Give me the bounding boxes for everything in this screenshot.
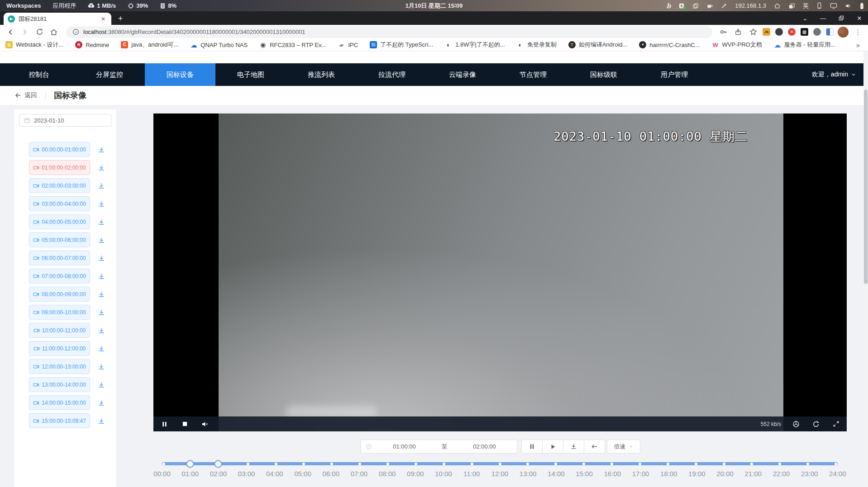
refresh-icon[interactable] — [812, 420, 820, 428]
segment-download-button[interactable] — [96, 181, 106, 191]
segment-download-button[interactable] — [96, 289, 106, 299]
segment-button[interactable]: 07:00:00-08:00:00 — [29, 269, 90, 284]
nav-tab[interactable]: 拉流代理 — [357, 63, 427, 86]
tray-clipboard-icon[interactable] — [692, 3, 699, 9]
seek-back-button[interactable] — [584, 440, 605, 454]
bookmark-star-icon[interactable] — [748, 27, 758, 38]
bookmark-item[interactable]: T 如何编译Android... — [568, 41, 628, 49]
segment-button[interactable]: 10:00:00-11:00:00 — [29, 323, 90, 338]
pause-button[interactable] — [521, 440, 543, 454]
nav-tab[interactable]: 节点管理 — [498, 63, 568, 86]
window-restore-button[interactable] — [835, 12, 847, 24]
end-time-input[interactable]: 02:00:00 — [452, 443, 517, 450]
segment-download-button[interactable] — [96, 326, 106, 336]
address-bar[interactable]: localhost:38080/#/gbRecordDetail/3402000… — [66, 26, 712, 38]
nav-tab[interactable]: 国标级联 — [568, 63, 639, 86]
bookmark-item[interactable]: ☁ 服务器 - 轻量应用... — [774, 41, 835, 49]
page-scrollbar[interactable] — [863, 51, 868, 487]
applications-menu[interactable]: 应用程序 — [52, 2, 76, 10]
nav-tab[interactable]: 控制台 — [4, 63, 74, 86]
bookmark-item[interactable]: ◉ RFC2833 – RTP Ev... — [259, 41, 326, 48]
bookmark-item[interactable]: • hairrrrr/C-CrashC... — [639, 41, 700, 48]
window-minimize-button[interactable]: — — [817, 12, 829, 24]
bookmark-item[interactable]: R Redmine — [75, 41, 109, 48]
video-player[interactable]: 2023-01-10 01:00:00 星期二 552 kb/s — [153, 113, 847, 431]
timeline-handle[interactable] — [186, 460, 194, 468]
window-close-button[interactable]: ✕ — [854, 12, 865, 24]
segment-button[interactable]: 12:00:00-13:00:00 — [29, 359, 90, 374]
tray-volume-icon[interactable] — [845, 3, 852, 9]
url-text[interactable]: localhost:38080/#/gbRecordDetail/3402000… — [83, 28, 305, 35]
segment-button[interactable]: 00:00:00-01:00:00 — [29, 142, 90, 157]
tab-search-icon[interactable]: ⌄ — [799, 12, 811, 24]
tray-screwdriver-icon[interactable] — [721, 3, 727, 9]
bookmark-item[interactable]: C java、android可... — [121, 41, 178, 49]
extension-icon[interactable]: ✕ — [788, 28, 796, 36]
segment-download-button[interactable] — [96, 235, 106, 245]
download-button[interactable] — [563, 440, 584, 454]
tray-home-icon[interactable] — [774, 3, 781, 9]
segment-button[interactable]: 01:00:00-02:00:00 — [29, 160, 90, 175]
input-language-indicator[interactable]: 英 — [803, 2, 809, 10]
segment-download-button[interactable] — [96, 362, 106, 372]
reload-icon[interactable] — [33, 26, 45, 38]
segment-download-button[interactable] — [96, 253, 106, 263]
segment-button[interactable]: 14:00:00-15:00:00 — [29, 395, 90, 410]
new-tab-button[interactable]: + — [114, 12, 127, 25]
clock[interactable]: 1月10日 星期二 15∶09 — [405, 0, 463, 11]
forward-icon[interactable] — [19, 26, 31, 38]
segment-button[interactable]: 11:00:00-12:00:00 — [29, 341, 90, 356]
timeline-slider-track[interactable] — [162, 462, 838, 465]
tray-battery-icon[interactable] — [859, 2, 864, 9]
segment-download-button[interactable] — [96, 163, 106, 173]
segment-button[interactable]: 15:00:00-15:09:47 — [29, 413, 90, 428]
segment-button[interactable]: 06:00:00-07:00:00 — [29, 251, 90, 265]
segment-download-button[interactable] — [96, 271, 106, 281]
menu-kebab-icon[interactable]: ⋮ — [853, 27, 863, 38]
segment-button[interactable]: 04:00:00-05:00:00 — [29, 214, 90, 229]
player-stop-icon[interactable] — [181, 420, 189, 428]
bookmark-item[interactable]: ◐ 1.8W字|了不起的... — [445, 41, 505, 49]
profile-avatar[interactable] — [838, 27, 849, 38]
tray-display-icon[interactable] — [830, 3, 837, 9]
tray-app-status-icon[interactable] — [678, 3, 685, 9]
segment-button[interactable]: 09:00:00-10:00:00 — [29, 305, 90, 320]
nav-tab[interactable]: 推流列表 — [286, 63, 357, 86]
tray-ip-address[interactable]: 192.168.1.3 — [735, 2, 766, 9]
date-picker-input[interactable]: 2023-01-10 — [19, 114, 111, 127]
nav-tab[interactable]: 分屏监控 — [74, 63, 145, 86]
tray-phone-link-icon[interactable] — [816, 2, 822, 9]
segment-button[interactable]: 05:00:00-06:00:00 — [29, 232, 90, 247]
time-range-picker[interactable]: 01:00:00 至 02:00:00 — [361, 440, 517, 454]
bookmark-item[interactable]: 知 了不起的 TypeScri... — [370, 41, 433, 49]
back-icon[interactable] — [5, 26, 16, 38]
segment-button[interactable]: 08:00:00-09:00:00 — [29, 287, 90, 302]
bookmark-item[interactable]: ☁ QNAP Turbo NAS — [190, 41, 248, 48]
fullscreen-icon[interactable] — [832, 420, 840, 428]
segment-download-button[interactable] — [96, 416, 106, 426]
timeline-handle[interactable] — [215, 460, 222, 468]
back-button[interactable]: 返回 — [14, 91, 37, 99]
segment-download-button[interactable] — [96, 344, 106, 354]
bookmarks-overflow-icon[interactable]: » — [856, 41, 863, 49]
user-menu[interactable]: 欢迎，admin — [812, 63, 856, 86]
segment-download-button[interactable] — [96, 217, 106, 227]
playback-speed-dropdown[interactable]: 倍速 — [607, 440, 640, 454]
workspaces-button[interactable]: Workspaces — [6, 2, 41, 9]
segment-download-button[interactable] — [96, 199, 106, 209]
home-icon[interactable] — [48, 26, 60, 38]
player-mute-icon[interactable] — [201, 420, 209, 428]
bookmark-item[interactable]: ▰ IPC — [338, 41, 358, 48]
player-pause-icon[interactable] — [160, 420, 168, 428]
play-button[interactable] — [542, 440, 563, 454]
browser-tab[interactable]: ▶ 国标28181 ✕ — [4, 13, 111, 25]
bookmark-item[interactable]: W WVP-PRO文档 — [712, 41, 762, 49]
tab-close-icon[interactable]: ✕ — [99, 15, 107, 23]
nav-tab[interactable]: 电子地图 — [215, 63, 286, 86]
segment-download-button[interactable] — [96, 398, 106, 408]
segment-download-button[interactable] — [96, 307, 106, 317]
start-time-input[interactable]: 01:00:00 — [372, 443, 437, 450]
tray-app-b-icon[interactable]: b — [667, 2, 671, 9]
extension-icon[interactable]: JS — [763, 28, 770, 36]
nav-tab[interactable]: 云端录像 — [427, 63, 498, 86]
